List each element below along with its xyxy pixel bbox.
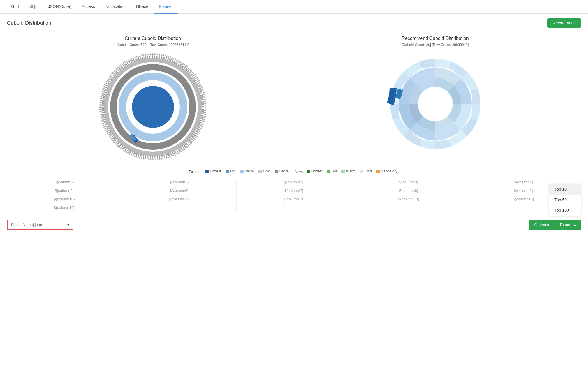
- svg-point-7: [418, 87, 453, 121]
- page-title: Cuboid Distribution: [7, 20, 51, 26]
- nav-tab-sql[interactable]: SQL: [24, 0, 43, 14]
- current-chart-section: Current Cuboid Distribution [Cuboid Coun…: [12, 36, 294, 162]
- legend-new-hottest: Hottest: [307, 169, 323, 173]
- column-cell-0-1: ${column1}: [122, 179, 237, 186]
- column-cell-0-3: ${column3}: [351, 179, 466, 186]
- column-cell-3-0: ${column16}: [7, 204, 122, 211]
- legend-existed-cold: Cold: [258, 169, 270, 173]
- export-label: Export: [560, 223, 572, 227]
- column-cell-1-2: ${column7}: [237, 187, 351, 194]
- file-select-wrapper[interactable]: ▼: [7, 220, 73, 230]
- legend-new-warm-dot: [341, 170, 345, 173]
- legend-existed-cold-dot: [258, 170, 262, 173]
- legend-mandatory-dot: [376, 170, 380, 173]
- legend-existed-warm: Warm: [240, 169, 254, 173]
- legend-existed-warm-dot: [240, 170, 244, 173]
- nav-tab-access[interactable]: Access: [77, 0, 100, 14]
- column-cell-1-1: ${column6}: [122, 187, 237, 194]
- columns-area: ${column0}${column1}${column2}${column3}…: [0, 177, 588, 214]
- column-cell-2-0: ${column10}: [7, 195, 122, 203]
- column-cell-2-1: ${column12}: [122, 195, 237, 203]
- bottom-right: Top 10Top 50Top 100 Optimize Export ▲: [529, 220, 581, 230]
- export-arrow-icon: ▲: [573, 223, 577, 227]
- current-sunburst: [98, 52, 208, 162]
- dropdown-item-top-100[interactable]: Top 100: [549, 205, 581, 216]
- legend-existed-hot: Hot: [226, 169, 236, 173]
- legend-new-hot: Hot: [327, 169, 337, 173]
- legend-existed-hot-dot: [226, 170, 229, 173]
- column-cell-0-2: ${column2}: [237, 179, 351, 186]
- legend-existed-label: Existed:: [189, 170, 201, 174]
- legend-new-cold: Cold: [360, 169, 372, 173]
- nav-tab-notification[interactable]: Notification: [100, 0, 131, 14]
- column-cell-1-0: ${column5}: [7, 187, 122, 194]
- recommend-sunburst-svg: [383, 52, 488, 156]
- legend-area: Existed: Hottest Hot Warm Cold Retire Ne…: [0, 165, 588, 177]
- current-chart-subtitle: [Cuboid Count: 512] [Row Count: 11095161…: [117, 43, 189, 47]
- optimize-button[interactable]: Optimize: [529, 220, 555, 230]
- bottom-bar: ▼ Top 10Top 50Top 100 Optimize Export ▲: [0, 216, 588, 233]
- recommend-chart-section: Recommend Cuboid Distribution [Cuboid Co…: [294, 36, 576, 162]
- svg-point-0: [132, 86, 174, 128]
- column-cell-3-2: [237, 204, 351, 211]
- recommend-chart-subtitle: [Cuboid Count: 26] [Row Count: 28833940]: [402, 43, 469, 47]
- charts-area: Current Cuboid Distribution [Cuboid Coun…: [0, 30, 588, 165]
- page-header: Cuboid Distribution Recommend: [0, 14, 588, 30]
- recommend-button[interactable]: Recommend: [547, 18, 581, 28]
- legend-existed-retire: Retire: [275, 169, 289, 173]
- nav-tab-hbase[interactable]: HBase: [131, 0, 154, 14]
- nav-tab-json-cube-[interactable]: JSON(Cube): [43, 0, 76, 14]
- recommend-sunburst: [383, 52, 488, 156]
- legend-existed-hottest-dot: [205, 170, 209, 173]
- legend-existed-retire-dot: [275, 170, 278, 173]
- column-cell-3-1: [122, 204, 237, 211]
- legend-new-hottest-dot: [307, 170, 310, 173]
- column-cell-0-0: ${column0}: [7, 179, 122, 186]
- export-dropdown-popup: Top 10Top 50Top 100: [549, 184, 581, 216]
- columns-grid: ${column0}${column1}${column2}${column3}…: [7, 179, 581, 211]
- legend-new-label: New:: [295, 170, 303, 174]
- recommend-chart-title: Recommend Cuboid Distribution: [402, 36, 469, 41]
- current-sunburst-svg: [98, 52, 208, 162]
- export-button[interactable]: Export ▲: [556, 220, 581, 230]
- dropdown-item-top-10[interactable]: Top 10: [549, 184, 581, 195]
- nav-tabs: GridSQLJSON(Cube)AccessNotificationHBase…: [0, 0, 588, 14]
- file-select-arrow-icon[interactable]: ▼: [64, 221, 73, 229]
- file-name-input[interactable]: [8, 220, 64, 229]
- legend-new-warm: Warm: [341, 169, 355, 173]
- legend-mandatory: Mandatory: [376, 169, 397, 173]
- legend-new-hot-dot: [327, 170, 330, 173]
- nav-tab-grid[interactable]: Grid: [6, 0, 24, 14]
- column-cell-2-2: ${column13}: [237, 195, 351, 203]
- legend-new-cold-dot: [360, 170, 363, 173]
- column-cell-3-3: [351, 204, 466, 211]
- column-cell-1-3: ${column8}: [351, 187, 466, 194]
- legend-existed-hottest: Hottest: [205, 169, 221, 173]
- current-chart-title: Current Cuboid Distribution: [125, 36, 181, 41]
- column-cell-2-3: ${column14}: [351, 195, 466, 203]
- nav-tab-planner[interactable]: Planner: [154, 0, 178, 14]
- dropdown-item-top-50[interactable]: Top 50: [549, 195, 581, 205]
